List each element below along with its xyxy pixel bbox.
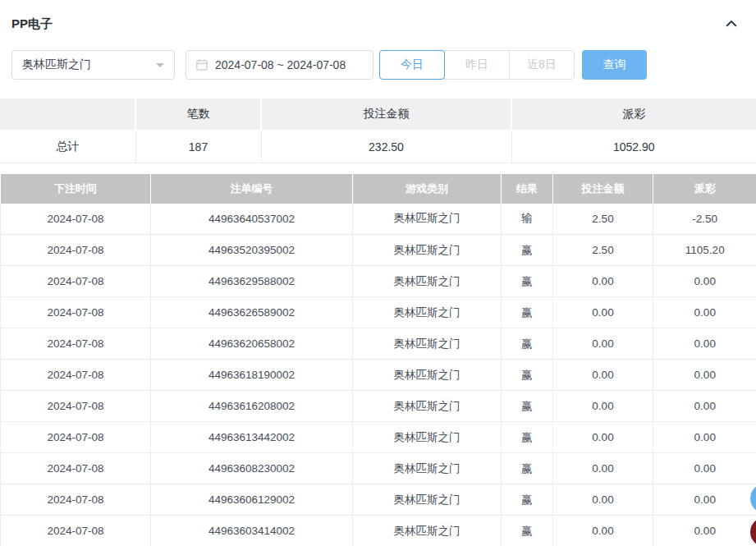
bet-amount: 0.00	[553, 266, 653, 297]
summary-total-label: 总计	[0, 131, 135, 163]
order-id: 44963629588002	[151, 266, 353, 297]
panel-header: PP电子	[0, 0, 756, 48]
result: 赢	[502, 453, 553, 484]
today-button[interactable]: 今日	[379, 50, 445, 80]
result: 赢	[502, 266, 553, 297]
table-row: 2024-07-08 44963640537002 奥林匹斯之门 输 2.50 …	[1, 204, 756, 235]
payout: -2.50	[653, 204, 756, 235]
order-id: 44963640537002	[151, 204, 353, 235]
bet-time: 2024-07-08	[1, 391, 151, 422]
search-button[interactable]: 查询	[582, 50, 647, 80]
summary-total-row: 总计 187 232.50 1052.90	[0, 131, 756, 163]
order-id: 44963608230002	[151, 453, 353, 484]
order-id: 44963626589002	[151, 297, 353, 328]
result: 赢	[502, 484, 553, 516]
table-row: 2024-07-08 44963629588002 奥林匹斯之门 赢 0.00 …	[1, 266, 756, 297]
summary-header-count: 笔数	[135, 99, 261, 131]
date-range-value: 2024-07-08 ~ 2024-07-08	[215, 58, 346, 71]
table-row: 2024-07-08 44963520395002 奥林匹斯之门 赢 2.50 …	[1, 235, 756, 266]
order-id: 44963618190002	[151, 360, 353, 391]
table-row: 2024-07-08 44963620658002 奥林匹斯之门 赢 0.00 …	[1, 328, 756, 360]
payout: 0.00	[653, 266, 756, 297]
table-row: 2024-07-08 44963608230002 奥林匹斯之门 赢 0.00 …	[1, 453, 756, 484]
bet-amount: 0.00	[553, 453, 653, 484]
bet-time: 2024-07-08	[1, 484, 151, 516]
bet-amount: 0.00	[553, 484, 653, 516]
bets-header-row: 下注时间 注单编号 游戏类别 结果 投注金额 派彩	[1, 174, 756, 204]
bet-time: 2024-07-08	[1, 328, 151, 360]
order-id: 44963520395002	[151, 235, 353, 266]
payout: 0.00	[653, 297, 756, 328]
table-row: 2024-07-08 44963626589002 奥林匹斯之门 赢 0.00 …	[1, 297, 756, 328]
col-game-type: 游戏类别	[353, 174, 502, 204]
bet-amount: 2.50	[553, 204, 653, 235]
col-bet-amount: 投注金额	[553, 174, 653, 204]
game-name: 奥林匹斯之门	[353, 297, 502, 328]
bet-amount: 0.00	[553, 391, 653, 422]
summary-payout-value: 1052.90	[511, 131, 756, 163]
payout: 0.00	[653, 328, 756, 360]
result: 赢	[502, 360, 553, 391]
result: 赢	[502, 516, 553, 546]
game-select-value: 奥林匹斯之门	[22, 57, 91, 72]
bet-amount: 0.00	[553, 297, 653, 328]
payout: 0.00	[653, 422, 756, 453]
result: 赢	[502, 297, 553, 328]
game-name: 奥林匹斯之门	[353, 266, 502, 297]
game-select-dropdown[interactable]: 奥林匹斯之门	[11, 50, 175, 80]
game-name: 奥林匹斯之门	[353, 360, 502, 391]
col-order-id: 注单编号	[151, 174, 353, 204]
game-name: 奥林匹斯之门	[353, 516, 502, 546]
filter-bar: 奥林匹斯之门 2024-07-08 ~ 2024-07-08 今日 昨日 近8日…	[11, 49, 756, 80]
order-id: 44963620658002	[151, 328, 353, 360]
bet-time: 2024-07-08	[1, 516, 151, 546]
page-title: PP电子	[11, 16, 53, 32]
yesterday-button[interactable]: 昨日	[444, 50, 510, 80]
payout: 0.00	[653, 484, 756, 516]
bet-time: 2024-07-08	[1, 360, 151, 391]
bet-amount: 2.50	[553, 235, 653, 266]
bet-amount: 0.00	[553, 360, 653, 391]
col-bet-time: 下注时间	[1, 174, 151, 204]
bet-amount: 0.00	[553, 516, 653, 546]
bet-time: 2024-07-08	[1, 204, 151, 235]
collapse-button[interactable]	[723, 16, 740, 32]
date-range-input[interactable]: 2024-07-08 ~ 2024-07-08	[186, 50, 373, 80]
bet-time: 2024-07-08	[1, 422, 151, 453]
order-id: 44963616208002	[151, 391, 353, 422]
payout: 0.00	[653, 360, 756, 391]
col-result: 结果	[502, 174, 553, 204]
bet-time: 2024-07-08	[1, 297, 151, 328]
last-8-days-button[interactable]: 近8日	[509, 50, 575, 80]
order-id: 44963603414002	[151, 516, 353, 546]
calendar-icon	[195, 58, 208, 71]
table-row: 2024-07-08 44963613442002 奥林匹斯之门 赢 0.00 …	[1, 422, 756, 453]
quick-range-group: 今日 昨日 近8日	[379, 50, 575, 80]
table-row: 2024-07-08 44963618190002 奥林匹斯之门 赢 0.00 …	[1, 360, 756, 391]
bet-amount: 0.00	[553, 328, 653, 360]
bet-amount: 0.00	[553, 422, 653, 453]
summary-header-bet-amount: 投注金额	[261, 99, 511, 131]
game-name: 奥林匹斯之门	[353, 235, 502, 266]
game-name: 奥林匹斯之门	[353, 422, 502, 453]
summary-count-value: 187	[135, 131, 261, 163]
bet-time: 2024-07-08	[1, 453, 151, 484]
game-name: 奥林匹斯之门	[353, 204, 502, 235]
bet-time: 2024-07-08	[1, 266, 151, 297]
table-row: 2024-07-08 44963616208002 奥林匹斯之门 赢 0.00 …	[1, 391, 756, 422]
game-name: 奥林匹斯之门	[353, 453, 502, 484]
summary-header-payout: 派彩	[511, 99, 756, 131]
order-id: 44963613442002	[151, 422, 353, 453]
table-row: 2024-07-08 44963603414002 奥林匹斯之门 赢 0.00 …	[1, 516, 756, 546]
payout: 0.00	[653, 391, 756, 422]
summary-bet-amount-value: 232.50	[261, 131, 511, 163]
game-name: 奥林匹斯之门	[353, 391, 502, 422]
col-payout: 派彩	[653, 174, 756, 204]
result: 赢	[502, 328, 553, 360]
game-name: 奥林匹斯之门	[353, 484, 502, 516]
bets-table: 下注时间 注单编号 游戏类别 结果 投注金额 派彩 2024-07-08 449…	[0, 174, 756, 546]
chevron-up-icon	[724, 16, 739, 31]
summary-header-empty	[0, 99, 135, 131]
payout: 0.00	[653, 453, 756, 484]
order-id: 44963606129002	[151, 484, 353, 516]
